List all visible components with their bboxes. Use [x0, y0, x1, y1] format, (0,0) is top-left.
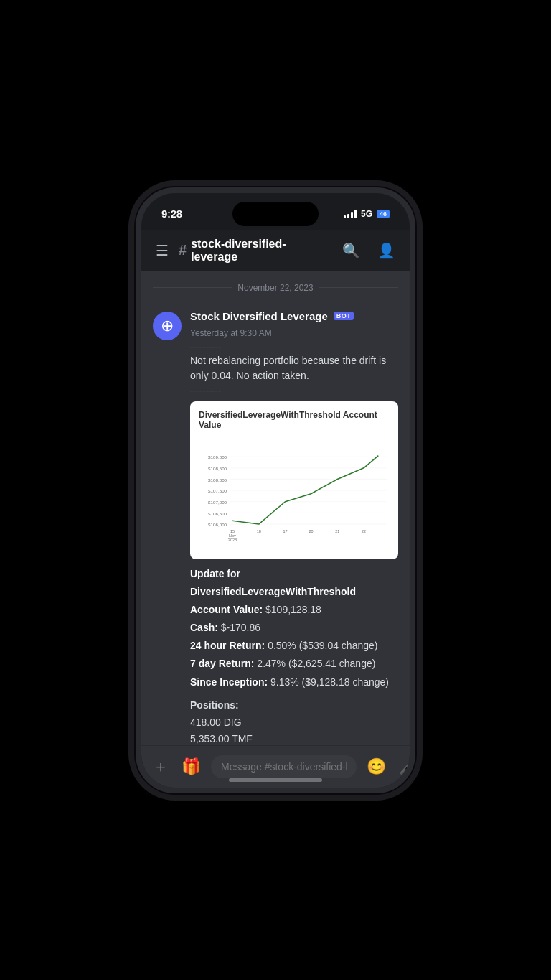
cash-value: $-170.86: [221, 622, 260, 633]
positions-label: Positions:: [190, 699, 239, 711]
svg-text:Nov: Nov: [229, 533, 236, 538]
message-input[interactable]: [211, 755, 357, 778]
since-inception-row: Since Inception: 9.13% ($9,128.18 change…: [190, 673, 398, 691]
chart-title: DiversifiedLeverageWithThreshold Account…: [199, 410, 390, 430]
message-body: Not rebalancing portfolio because the dr…: [190, 353, 398, 383]
chart-embed: DiversifiedLeverageWithThreshold Account…: [190, 401, 398, 559]
cash-row: Cash: $-170.86: [190, 619, 398, 637]
update-block: Update for DiversifiedLeverageWithThresh…: [190, 565, 398, 691]
discord-avatar-icon: ⊕: [161, 317, 174, 335]
svg-text:2023: 2023: [228, 538, 237, 542]
return-7d-label: 7 day Return:: [190, 658, 254, 669]
divider-line-right: [319, 287, 398, 288]
hamburger-menu-icon[interactable]: ☰: [153, 239, 171, 262]
update-title-text: Update for DiversifiedLeverageWithThresh…: [190, 568, 356, 597]
positions-header: Positions:: [190, 697, 398, 714]
nav-channel: # stock-diversified-leverage: [179, 238, 332, 263]
svg-text:22: 22: [362, 528, 366, 533]
svg-text:17: 17: [283, 528, 287, 533]
update-title: Update for DiversifiedLeverageWithThresh…: [190, 565, 398, 601]
position-item: 418.00 DIG: [190, 714, 398, 732]
nav-bar: ☰ # stock-diversified-leverage 🔍 👤: [141, 230, 410, 271]
svg-text:$106,500: $106,500: [208, 510, 227, 515]
battery-badge: 46: [377, 210, 390, 218]
return-7d-row: 7 day Return: 2.47% ($2,625.41 change): [190, 655, 398, 673]
add-button[interactable]: ＋: [150, 753, 171, 780]
mic-icon[interactable]: 🎤: [396, 755, 415, 779]
cash-label: Cash:: [190, 622, 218, 633]
return-24h-row: 24 hour Return: 0.50% ($539.04 change): [190, 637, 398, 655]
account-value-row: Account Value: $109,128.18: [190, 601, 398, 619]
svg-text:$109,000: $109,000: [208, 454, 227, 459]
chart-svg: $109,000 $108,500 $108,000 $107,500 $107…: [199, 436, 390, 551]
svg-text:18: 18: [257, 528, 261, 533]
svg-text:20: 20: [309, 528, 313, 533]
members-icon[interactable]: 👤: [375, 239, 398, 262]
message-username: Stock Diversified Leverage: [190, 310, 328, 322]
positions-block: Positions: 418.00 DIG5,353.00 TMF516.00 …: [190, 697, 398, 745]
search-icon[interactable]: 🔍: [339, 239, 363, 262]
account-value: $109,128.18: [265, 604, 321, 615]
date-divider: November 22, 2023: [141, 271, 410, 304]
svg-text:$107,000: $107,000: [208, 499, 227, 504]
avatar: ⊕: [153, 312, 182, 340]
svg-text:$108,000: $108,000: [208, 477, 227, 482]
svg-text:15: 15: [230, 528, 235, 533]
account-value-label: Account Value:: [190, 604, 263, 615]
return-24h-label: 24 hour Return:: [190, 640, 265, 651]
signal-bars: [344, 210, 357, 218]
channel-name: stock-diversified-leverage: [191, 238, 332, 263]
chart-area: $109,000 $108,500 $108,000 $107,500 $107…: [199, 436, 390, 551]
status-time: 9:28: [161, 207, 182, 220]
position-item: 5,353.00 TMF: [190, 731, 398, 745]
svg-text:$108,500: $108,500: [208, 465, 227, 470]
separator-2: ----------: [190, 385, 398, 396]
hash-icon: #: [179, 242, 187, 258]
since-inception-value: 9.13% ($9,128.18 change): [270, 676, 389, 688]
return-24h-value: 0.50% ($539.04 change): [268, 640, 377, 651]
message-header: Stock Diversified Leverage BOT Yesterday…: [190, 310, 398, 338]
dynamic-island: [232, 202, 319, 226]
bot-badge: BOT: [334, 312, 354, 320]
since-inception-label: Since Inception:: [190, 676, 268, 688]
divider-line-left: [153, 287, 232, 288]
signal-type: 5G: [361, 209, 372, 219]
emoji-icon[interactable]: 😊: [364, 755, 389, 779]
chat-area[interactable]: November 22, 2023 ⊕ Stock Diversified Le…: [141, 271, 410, 745]
nav-actions: 🔍 👤: [339, 239, 398, 262]
message-content: Stock Diversified Leverage BOT Yesterday…: [190, 310, 398, 745]
phone-frame: 9:28 5G 46 ☰ # stock-diversified-leverag…: [136, 187, 415, 793]
bot-message: ⊕ Stock Diversified Leverage BOT Yesterd…: [141, 304, 410, 745]
message-timestamp: Yesterday at 9:30 AM: [190, 328, 272, 338]
separator-1: ----------: [190, 341, 398, 352]
svg-text:$106,000: $106,000: [208, 522, 227, 527]
gift-icon[interactable]: 🎁: [179, 755, 204, 779]
svg-text:$107,500: $107,500: [208, 488, 227, 493]
svg-text:21: 21: [335, 528, 339, 533]
status-right: 5G 46: [344, 209, 390, 219]
home-indicator: [229, 778, 322, 782]
date-divider-text: November 22, 2023: [237, 283, 313, 293]
return-7d-value: 2.47% ($2,625.41 change): [257, 658, 375, 669]
